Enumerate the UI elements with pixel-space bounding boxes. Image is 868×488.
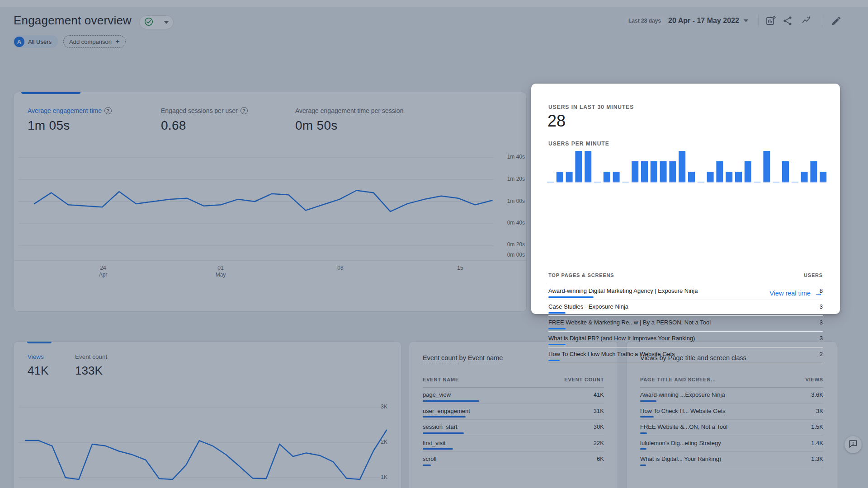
row-bar: [640, 432, 647, 434]
y-axis-tick: 0m 00s: [492, 252, 525, 258]
page-title: Award-winning Digital Marketing Agency |…: [548, 287, 698, 294]
table-row: first_visit 22K: [423, 436, 604, 452]
ga4-engagement-overview-page: Engagement overview A All Users Add comp…: [0, 0, 868, 488]
metric-label: Average engagement time per session: [295, 107, 403, 114]
list-item: FREE Website & Marketing Re...w | By a P…: [548, 316, 823, 332]
y-axis-tick: 3K: [356, 404, 387, 410]
page-title: FREE Website & Marketing Re...w | By a P…: [548, 319, 711, 326]
table-header: EVENT NAMEEVENT COUNT: [423, 377, 604, 382]
row-value: 6K: [597, 455, 604, 462]
row-title: user_engagement: [423, 408, 470, 414]
metric-label: Average engagement time: [28, 107, 102, 114]
edit-pencil-icon[interactable]: [831, 15, 842, 26]
row-title: first_visit: [423, 440, 446, 446]
row-title: Award-winning ...Exposure Ninja: [640, 391, 725, 398]
users-last-30-label: USERS IN LAST 30 MINUTES: [548, 104, 634, 110]
card-title: Event count by Event name: [423, 354, 503, 361]
all-users-chip[interactable]: A All Users: [13, 35, 58, 48]
tab-average-engagement-time[interactable]: Average engagement time? 1m 05s: [28, 107, 112, 133]
avatar: A: [14, 37, 24, 47]
metric-value: 1m 05s: [28, 118, 112, 133]
tab-avg-engagement-time-per-session[interactable]: Average engagement time per session 0m 5…: [295, 107, 403, 133]
feedback-button[interactable]: [844, 436, 862, 453]
row-bar: [640, 448, 646, 450]
users-count: 3: [820, 303, 823, 310]
realtime-card: USERS IN LAST 30 MINUTES 28 USERS PER MI…: [531, 84, 840, 314]
tab-event-count[interactable]: Event count 133K: [75, 353, 107, 378]
row-bar: [423, 400, 479, 402]
table-row: scroll 6K: [423, 452, 604, 468]
x-axis-tick: 01May: [207, 265, 234, 278]
row-bar: [548, 344, 566, 345]
row-bar: [548, 328, 566, 329]
table-row: page_view 41K: [423, 388, 604, 404]
y-axis-tick: 1K: [356, 474, 387, 480]
row-title: How To Check H... Website Gets: [640, 408, 726, 414]
row-title: What is Digital... Your Ranking): [640, 455, 721, 462]
x-axis-tick: 24Apr: [90, 265, 117, 278]
x-axis-tick: 15: [447, 265, 474, 272]
chevron-down-icon: [164, 21, 169, 24]
users-count: 3: [820, 319, 823, 326]
y-axis-tick: 1m 20s: [492, 176, 525, 182]
y-axis-tick: 2K: [356, 439, 387, 445]
row-bar: [423, 432, 464, 434]
report-quality-badge[interactable]: [139, 15, 174, 29]
row-title: lululemon's Dig...eting Strategy: [640, 440, 721, 446]
views-metrics-card: Views 41K Event count 133K 3K 2K 1K: [14, 341, 401, 488]
list-item: What is Digital PR? (and How It Improves…: [548, 332, 823, 347]
table-row: session_start 30K: [423, 420, 604, 436]
row-bar: [423, 448, 453, 450]
tab-views[interactable]: Views 41K: [28, 353, 48, 378]
metric-label: Engaged sessions per user: [161, 107, 238, 114]
row-value: 1.3K: [811, 455, 823, 462]
row-bar: [640, 465, 646, 466]
views-line-chart: [14, 389, 402, 488]
dimension-selector[interactable]: Event name: [468, 354, 503, 363]
row-title: page_view: [423, 391, 451, 398]
realtime-table-header: TOP PAGES & SCREENSUSERS: [548, 272, 823, 278]
tab-engaged-sessions-per-user[interactable]: Engaged sessions per user? 0.68: [161, 107, 248, 133]
row-bar: [548, 360, 560, 361]
chevron-down-icon: [744, 19, 748, 22]
metric-selector[interactable]: Event count: [423, 354, 458, 363]
help-icon[interactable]: ?: [104, 107, 112, 114]
add-comparison-label: Add comparison: [69, 38, 112, 45]
insights-icon[interactable]: [801, 15, 812, 26]
add-comparison-button[interactable]: Add comparison +: [63, 35, 126, 48]
y-axis-tick: 1m 00s: [492, 198, 525, 204]
y-axis-tick: 0m 40s: [492, 220, 525, 226]
y-axis-tick: 1m 40s: [492, 154, 525, 160]
users-count: 3: [820, 335, 823, 342]
users-count: 2: [820, 351, 823, 357]
row-bar: [548, 312, 566, 314]
row-value: 31K: [594, 408, 604, 414]
row-value: 3K: [816, 408, 823, 414]
check-circle-icon: [144, 17, 153, 28]
date-range-picker[interactable]: 20 Apr - 17 May 2022: [668, 14, 748, 27]
plus-icon: +: [115, 37, 120, 46]
date-preset-label: Last 28 days: [625, 16, 665, 25]
metric-value: 0.68: [161, 118, 248, 133]
app-bar-edge: [0, 0, 868, 7]
arrow-right-icon: →: [814, 288, 823, 298]
engagement-time-line-chart: [14, 146, 527, 282]
row-bar: [423, 465, 431, 466]
table-row: Award-winning ...Exposure Ninja 3.6K: [640, 388, 823, 404]
row-bar: [640, 416, 654, 418]
customize-report-icon[interactable]: [765, 15, 776, 26]
table-row: user_engagement 31K: [423, 404, 604, 420]
engagement-metrics-card: Average engagement time? 1m 05s Engaged …: [14, 92, 527, 312]
x-axis-tick: 08: [327, 265, 354, 272]
share-icon[interactable]: [782, 15, 793, 26]
help-icon[interactable]: ?: [241, 107, 248, 114]
row-value: 41K: [594, 391, 604, 398]
feedback-icon: [849, 439, 858, 450]
view-real-time-link[interactable]: View real time→: [769, 288, 823, 298]
row-value: 3.6K: [811, 391, 823, 398]
row-title: scroll: [423, 455, 436, 462]
row-bar: [548, 296, 594, 298]
active-tab-indicator: [27, 342, 52, 343]
row-bar: [640, 400, 656, 402]
page-title: Engagement overview: [14, 14, 132, 28]
